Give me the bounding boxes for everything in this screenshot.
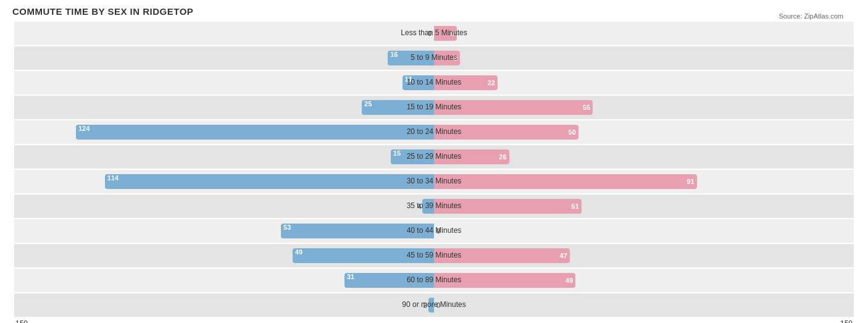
female-value-label: 49 <box>565 277 575 284</box>
female-value-label: 22 <box>488 79 498 86</box>
male-value-label: 31 <box>344 273 354 280</box>
bar-row: 40 to 44 Minutes530 <box>14 219 854 243</box>
bar-center-label: 15 to 19 Minutes <box>407 103 462 111</box>
male-value-label: 53 <box>281 224 291 231</box>
axis-left: 150 <box>15 319 28 323</box>
bar-row: 25 to 29 Minutes1526 <box>14 145 854 169</box>
female-value-label: 50 <box>569 128 578 136</box>
male-value-label: 15 <box>391 149 401 157</box>
bar-row: 60 to 89 Minutes3149 <box>14 269 854 292</box>
female-value-label: 51 <box>571 203 581 210</box>
male-value-label: 114 <box>105 174 119 182</box>
male-bar: 114 <box>105 174 434 189</box>
bar-center-label: 25 to 29 Minutes <box>407 152 462 161</box>
bar-row: 20 to 24 Minutes12450 <box>14 120 854 144</box>
bar-center-label: 35 to 39 Minutes <box>407 201 462 210</box>
bar-center-label: 40 to 44 Minutes <box>407 226 462 235</box>
male-value-label: 4 <box>417 203 421 210</box>
bar-row: 90 or more Minutes20 <box>14 293 854 317</box>
bar-center-label: 5 to 9 Minutes <box>411 53 457 62</box>
male-value-label: 2 <box>424 301 427 309</box>
female-value-label: 55 <box>583 104 593 111</box>
bar-row: 30 to 34 Minutes11491 <box>14 170 854 193</box>
male-value-label: 16 <box>388 51 398 58</box>
bar-center-label: 45 to 59 Minutes <box>407 251 462 259</box>
chart-container: Less than 5 Minutes085 to 9 Minutes16910… <box>14 22 854 323</box>
female-value-label: 26 <box>499 153 509 161</box>
bar-center-label: 30 to 34 Minutes <box>407 177 462 185</box>
bar-center-label: 20 to 24 Minutes <box>407 127 462 136</box>
bar-row: 5 to 9 Minutes169 <box>14 46 854 70</box>
male-value-label: 124 <box>76 125 90 132</box>
bar-center-label: Less than 5 Minutes <box>401 28 467 37</box>
bar-row: 45 to 59 Minutes4947 <box>14 244 854 267</box>
bar-center-label: 90 or more Minutes <box>402 300 465 309</box>
male-bar: 124 <box>76 125 434 140</box>
bar-center-label: 10 to 14 Minutes <box>407 78 462 86</box>
source-label: Source: ZipAtlas.com <box>778 12 843 20</box>
male-value-label: 25 <box>362 100 372 107</box>
axis-right: 150 <box>840 319 853 323</box>
axis-labels: 150 150 <box>14 319 854 323</box>
bar-row: Less than 5 Minutes08 <box>14 22 854 45</box>
bar-row: 35 to 39 Minutes451 <box>14 195 854 218</box>
female-bar: 91 <box>434 174 697 189</box>
bar-row: 15 to 19 Minutes2555 <box>14 96 854 119</box>
bar-row: 10 to 14 Minutes1122 <box>14 71 854 94</box>
male-value-label: 49 <box>293 248 303 256</box>
female-value-label: 91 <box>686 178 696 185</box>
rows-container: Less than 5 Minutes085 to 9 Minutes16910… <box>14 22 854 317</box>
female-value-label: 47 <box>560 252 570 259</box>
bar-center-label: 60 to 89 Minutes <box>407 275 462 284</box>
chart-title: COMMUTE TIME BY SEX IN RIDGETOP <box>12 6 856 17</box>
